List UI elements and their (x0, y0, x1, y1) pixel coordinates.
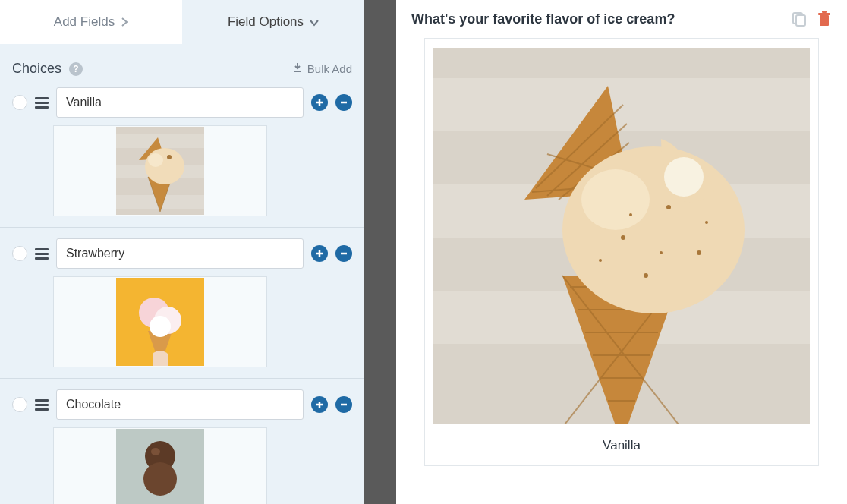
svg-point-32 (599, 259, 602, 262)
svg-point-11 (150, 316, 171, 337)
strawberry-ice-cream-icon (116, 278, 204, 366)
remove-choice-button[interactable] (335, 396, 352, 413)
default-radio[interactable] (12, 397, 27, 412)
svg-point-35 (629, 213, 632, 216)
svg-point-30 (697, 250, 701, 255)
remove-choice-button[interactable] (335, 245, 352, 262)
choice-thumbnail[interactable] (53, 276, 267, 367)
tab-field-options[interactable]: Field Options (182, 0, 364, 44)
svg-rect-17 (796, 15, 805, 26)
svg-point-33 (705, 221, 708, 224)
trash-icon (817, 11, 832, 27)
chevron-right-icon (121, 16, 128, 29)
svg-point-26 (581, 169, 650, 230)
svg-point-14 (143, 462, 177, 496)
panel-tabs: Add Fields Field Options (0, 0, 364, 44)
svg-point-34 (660, 251, 663, 254)
preview-choice-card[interactable]: Vanilla (424, 38, 819, 466)
divider (0, 378, 364, 379)
svg-point-5 (145, 148, 184, 184)
divider (0, 227, 364, 228)
default-radio[interactable] (12, 95, 27, 110)
duplicate-field-button[interactable] (791, 11, 808, 27)
svg-point-25 (562, 146, 745, 313)
tab-label: Add Fields (54, 14, 115, 30)
add-choice-button[interactable] (311, 245, 328, 262)
bulk-add-button[interactable]: Bulk Add (292, 62, 352, 75)
preview-choice-label: Vanilla (603, 438, 641, 453)
tab-add-fields[interactable]: Add Fields (0, 0, 182, 44)
chevron-down-icon (310, 16, 319, 29)
drag-handle-icon[interactable] (35, 97, 49, 109)
choice-label-input[interactable] (56, 87, 304, 118)
choice-label-input[interactable] (56, 389, 304, 420)
choice-item (12, 87, 352, 216)
download-icon (292, 62, 303, 75)
copy-icon (791, 11, 808, 27)
svg-rect-0 (294, 71, 301, 72)
chocolate-ice-cream-icon (116, 429, 204, 504)
field-editor-panel: Add Fields Field Options Choices ? Bulk … (0, 0, 364, 504)
svg-point-27 (664, 157, 704, 197)
svg-point-6 (148, 153, 163, 167)
svg-rect-19 (818, 13, 830, 15)
question-label: What's your favorite flavor of ice cream… (411, 11, 675, 27)
choice-label-input[interactable] (56, 238, 304, 269)
form-preview-panel: What's your favorite flavor of ice cream… (396, 0, 847, 504)
choices-list (0, 84, 364, 504)
svg-point-7 (167, 155, 172, 159)
default-radio[interactable] (12, 246, 27, 261)
remove-choice-button[interactable] (335, 94, 352, 111)
vanilla-ice-cream-icon (116, 127, 204, 215)
svg-point-29 (666, 205, 671, 209)
help-icon[interactable]: ? (69, 62, 83, 76)
svg-rect-18 (820, 15, 829, 26)
svg-point-31 (644, 273, 648, 278)
choice-thumbnail[interactable] (53, 427, 267, 504)
bulk-add-label: Bulk Add (307, 62, 352, 75)
svg-rect-22 (433, 78, 810, 131)
choice-item (12, 389, 352, 504)
choices-header: Choices ? Bulk Add (0, 44, 364, 84)
vanilla-ice-cream-icon (433, 48, 810, 424)
svg-rect-20 (822, 11, 827, 13)
add-choice-button[interactable] (311, 94, 328, 111)
choices-title: Choices (12, 61, 61, 77)
panel-divider (364, 0, 396, 504)
delete-field-button[interactable] (817, 11, 832, 27)
svg-point-15 (151, 448, 160, 455)
tab-label: Field Options (228, 14, 304, 30)
svg-point-28 (621, 235, 625, 240)
choice-thumbnail[interactable] (53, 125, 267, 216)
add-choice-button[interactable] (311, 396, 328, 413)
drag-handle-icon[interactable] (35, 248, 49, 260)
choice-item (12, 238, 352, 367)
drag-handle-icon[interactable] (35, 399, 49, 411)
